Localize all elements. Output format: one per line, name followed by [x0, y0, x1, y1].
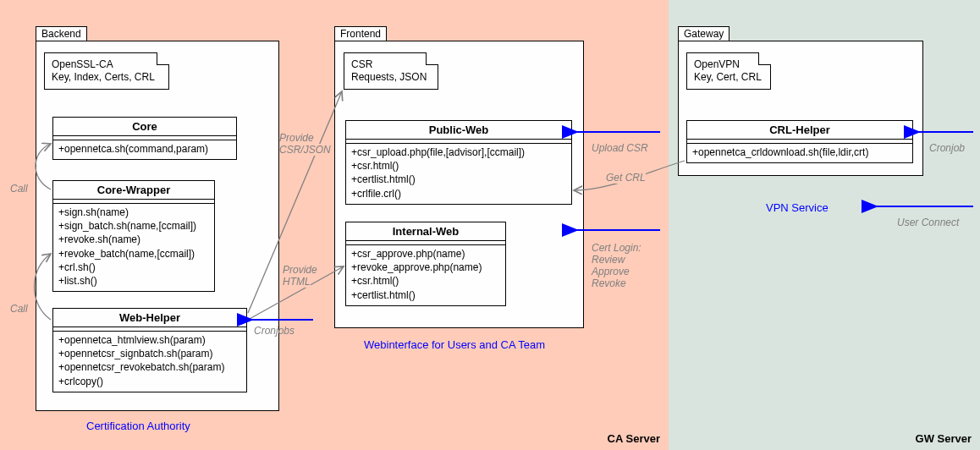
label-call-bottom: Call — [10, 303, 28, 315]
label-cronjobs: Cronjobs — [254, 325, 295, 337]
label-provide-html-l1: Provide — [283, 264, 317, 276]
region-gw-label: GW Server — [916, 432, 972, 445]
label-cronjob: Cronjob — [929, 142, 965, 154]
label-upload-csr: Upload CSR — [592, 142, 648, 154]
label-provide-csr-l2: CSR/JSON — [279, 144, 331, 156]
caption-gateway: VPN Service — [766, 201, 829, 214]
class-public-web: Public-Web +csr_upload.php(file,[advisor… — [345, 120, 572, 205]
package-frontend-tab: Frontend — [334, 26, 387, 41]
note-csr: CSR Requests, JSON — [344, 52, 438, 90]
label-provide-csr-l1: Provide — [279, 132, 314, 144]
label-cert-login-l4: Revoke — [592, 277, 626, 289]
caption-frontend: Webinterface for Users and CA Team — [364, 338, 545, 351]
note-openvpn: OpenVPN Key, Cert, CRL — [686, 52, 771, 90]
label-cert-login-l3: Approve — [592, 266, 630, 277]
label-user-connect: User Connect — [897, 217, 959, 228]
caption-backend: Certification Authority — [86, 420, 190, 432]
label-provide-html-l2: HTML — [283, 276, 311, 288]
note-openssl-ca: OpenSSL-CA Key, Index, Certs, CRL — [44, 52, 169, 90]
diagram-canvas: CA Server GW Server Backend Frontend Gat… — [0, 0, 980, 450]
class-internal-web: Internal-Web +csr_approve.php(name) +rev… — [345, 222, 506, 306]
label-call-top: Call — [10, 183, 28, 195]
label-cert-login-l2: Review — [592, 254, 625, 266]
class-web-helper: Web-Helper +opennetca_htmlview.sh(param)… — [52, 308, 247, 392]
region-ca-label: CA Server — [608, 432, 660, 445]
package-gateway-tab: Gateway — [678, 26, 729, 41]
label-cert-login-l1: Cert Login: — [592, 242, 641, 254]
class-crl-helper: CRL-Helper +opennetca_crldownload.sh(fil… — [686, 120, 913, 163]
label-get-crl: Get CRL — [606, 172, 646, 184]
class-core: Core +opennetca.sh(command,param) — [52, 117, 237, 160]
class-core-wrapper: Core-Wrapper +sign.sh(name) +sign_batch.… — [52, 180, 215, 292]
package-backend-tab: Backend — [36, 26, 87, 41]
